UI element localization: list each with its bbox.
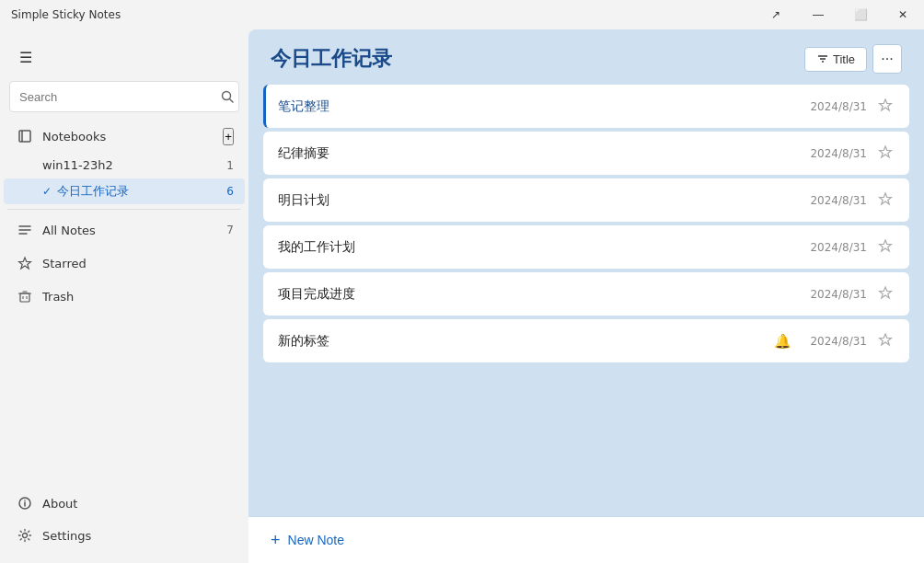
star-button[interactable] (876, 238, 895, 256)
notebook-count: 1 (226, 159, 234, 172)
star-icon (878, 144, 893, 159)
active-check-icon: ✓ (42, 185, 52, 198)
note-title: 新的标签 (278, 333, 774, 350)
sidebar-bottom: About Settings (0, 487, 248, 556)
sort-label: Title (833, 52, 855, 66)
note-date: 2024/8/31 (803, 288, 867, 301)
settings-label: Settings (42, 529, 234, 543)
trash-label: Trash (42, 290, 234, 304)
divider (7, 209, 241, 210)
sidebar: ☰ Notebooks + win11- (0, 29, 248, 563)
trash-section[interactable]: Trash (4, 281, 245, 312)
arrow-button[interactable]: ↗ (755, 0, 797, 29)
notebook-name: win11-23h2 (42, 158, 113, 172)
search-input[interactable] (9, 81, 239, 112)
all-notes-icon (15, 220, 35, 240)
svg-marker-20 (880, 99, 892, 110)
menu-button[interactable]: ☰ (7, 40, 44, 74)
notebook-icon (15, 126, 35, 146)
settings-icon (15, 525, 35, 546)
all-notes-count: 7 (226, 224, 234, 236)
trash-icon (15, 286, 35, 306)
sort-button[interactable]: Title (804, 47, 867, 72)
note-title: 纪律摘要 (278, 145, 803, 162)
content-title: 今日工作记录 (271, 45, 804, 73)
star-icon (878, 98, 893, 112)
note-item[interactable]: 我的工作计划2024/8/31 (263, 225, 909, 269)
settings-section[interactable]: Settings (4, 520, 245, 551)
svg-marker-24 (880, 287, 892, 298)
new-note-button[interactable]: + New Note (263, 526, 352, 554)
new-note-bar: + New Note (248, 516, 924, 563)
notebook-item-today[interactable]: ✓ 今日工作记录 6 (4, 178, 245, 204)
close-button[interactable]: ✕ (882, 0, 924, 29)
star-button[interactable] (876, 332, 895, 350)
notebook-item-win11[interactable]: win11-23h2 1 (4, 154, 245, 177)
more-icon: ··· (881, 51, 893, 67)
star-icon (878, 238, 893, 253)
plus-icon: + (271, 532, 281, 548)
star-button[interactable] (876, 98, 895, 115)
note-title: 笔记整理 (278, 98, 803, 115)
star-button[interactable] (876, 144, 895, 162)
note-date: 2024/8/31 (803, 335, 867, 348)
note-item[interactable]: 笔记整理2024/8/31 (263, 85, 909, 128)
notebook-name: 今日工作记录 (57, 183, 129, 200)
svg-point-15 (24, 500, 26, 501)
star-icon (878, 191, 893, 206)
notes-list: 笔记整理2024/8/31纪律摘要2024/8/31明日计划2024/8/31我… (248, 85, 924, 516)
bell-icon: 🔔 (774, 333, 791, 350)
notebook-count: 6 (226, 185, 234, 198)
svg-marker-21 (880, 146, 892, 157)
notebooks-section[interactable]: Notebooks + (4, 121, 245, 152)
about-icon (15, 493, 35, 513)
search-icon (221, 90, 234, 103)
star-icon (878, 285, 893, 300)
new-note-label: New Note (288, 533, 344, 547)
svg-rect-2 (19, 131, 30, 142)
note-title: 项目完成进度 (278, 286, 803, 303)
search-container (9, 81, 239, 112)
star-icon (878, 332, 893, 347)
note-date: 2024/8/31 (803, 100, 867, 113)
content-header: 今日工作记录 Title ··· (248, 29, 924, 85)
note-item[interactable]: 明日计划2024/8/31 (263, 178, 909, 222)
about-section[interactable]: About (4, 488, 245, 519)
svg-rect-8 (20, 293, 29, 302)
note-date: 2024/8/31 (803, 194, 867, 207)
star-button[interactable] (876, 285, 895, 303)
note-item[interactable]: 项目完成进度2024/8/31 (263, 272, 909, 316)
note-title: 我的工作计划 (278, 239, 803, 256)
svg-point-16 (23, 534, 28, 538)
svg-marker-25 (880, 334, 892, 345)
note-date: 2024/8/31 (803, 147, 867, 160)
search-button[interactable] (221, 90, 234, 103)
minimize-button[interactable]: — (797, 0, 839, 29)
note-date: 2024/8/31 (803, 241, 867, 254)
note-item[interactable]: 纪律摘要2024/8/31 (263, 132, 909, 175)
main-layout: ☰ Notebooks + win11- (0, 29, 924, 563)
svg-line-1 (230, 99, 234, 103)
svg-marker-23 (880, 240, 892, 251)
notebooks-label: Notebooks (42, 130, 223, 144)
app-title: Simple Sticky Notes (11, 8, 121, 21)
starred-label: Starred (42, 257, 234, 270)
content-area: 今日工作记录 Title ··· 笔记整理2024/8/31纪律摘要2024/8… (248, 29, 924, 563)
starred-icon (15, 253, 35, 273)
sort-icon (816, 52, 829, 65)
more-options-button[interactable]: ··· (872, 44, 902, 74)
add-notebook-button[interactable]: + (223, 128, 234, 145)
note-title: 明日计划 (278, 192, 803, 209)
star-button[interactable] (876, 191, 895, 209)
starred-section[interactable]: Starred (4, 247, 245, 279)
svg-marker-22 (880, 193, 892, 204)
restore-button[interactable]: ⬜ (839, 0, 882, 29)
all-notes-section[interactable]: All Notes 7 (4, 214, 245, 246)
titlebar: Simple Sticky Notes ↗ — ⬜ ✕ (0, 0, 924, 29)
svg-marker-7 (19, 258, 31, 269)
all-notes-label: All Notes (42, 224, 226, 237)
window-controls: ↗ — ⬜ ✕ (755, 0, 924, 29)
note-item[interactable]: 新的标签🔔2024/8/31 (263, 319, 909, 362)
about-label: About (42, 497, 234, 511)
